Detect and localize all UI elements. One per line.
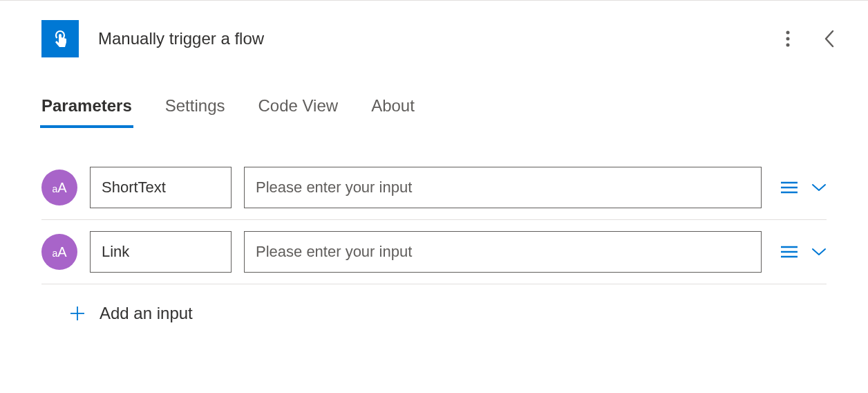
- tab-settings[interactable]: Settings: [165, 96, 225, 128]
- param-value-input[interactable]: [244, 167, 762, 208]
- parameter-row: aA: [41, 156, 827, 220]
- vertical-dots-icon: [786, 30, 790, 47]
- param-dropdown-button[interactable]: [811, 183, 827, 192]
- list-icon: [781, 246, 798, 258]
- param-name-input[interactable]: [90, 231, 232, 273]
- chevron-down-icon: [811, 248, 827, 256]
- tab-code-view[interactable]: Code View: [258, 96, 338, 128]
- param-value-input[interactable]: [244, 231, 762, 273]
- tab-parameters[interactable]: Parameters: [41, 96, 132, 128]
- text-type-icon: aA: [41, 170, 77, 205]
- collapse-button[interactable]: [818, 28, 840, 50]
- chevron-down-icon: [811, 183, 827, 192]
- list-icon: [781, 181, 798, 194]
- svg-point-2: [786, 44, 790, 47]
- flow-step-panel: Manually trigger a flow Parameters Setti…: [0, 0, 868, 342]
- panel-title: Manually trigger a flow: [98, 29, 757, 48]
- tab-bar: Parameters Settings Code View About: [0, 96, 868, 128]
- text-type-icon: aA: [41, 234, 77, 270]
- param-name-input[interactable]: [90, 167, 232, 208]
- trigger-type-icon: [41, 20, 79, 57]
- plus-icon: [69, 305, 86, 322]
- parameters-list: aA aA: [0, 156, 868, 342]
- param-options-button[interactable]: [781, 246, 798, 258]
- svg-point-0: [786, 31, 790, 35]
- panel-header: Manually trigger a flow: [0, 1, 868, 77]
- param-dropdown-button[interactable]: [811, 248, 827, 256]
- chevron-left-icon: [824, 30, 835, 48]
- add-input-label: Add an input: [100, 304, 193, 323]
- param-actions: [781, 246, 827, 258]
- param-options-button[interactable]: [781, 181, 798, 194]
- tab-about[interactable]: About: [371, 96, 415, 128]
- add-input-button[interactable]: Add an input: [41, 284, 827, 342]
- more-options-button[interactable]: [777, 28, 799, 50]
- parameter-row: aA: [41, 220, 827, 284]
- touch-icon: [50, 28, 70, 49]
- header-actions: [777, 28, 840, 50]
- svg-point-1: [786, 37, 790, 41]
- param-actions: [781, 181, 827, 194]
